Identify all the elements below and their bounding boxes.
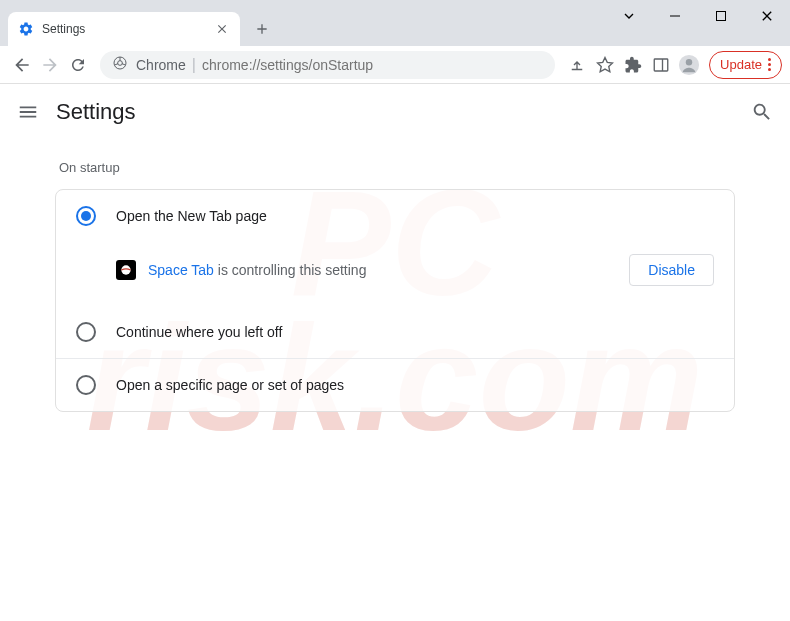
extension-notice: Space Tab is controlling this setting Di… [56,242,734,306]
section-label: On startup [55,160,735,175]
radio-specific-page[interactable] [76,375,96,395]
chrome-icon [112,55,128,75]
tab-title: Settings [42,22,214,36]
option-specific-page-label: Open a specific page or set of pages [116,377,344,393]
disable-extension-button[interactable]: Disable [629,254,714,286]
svg-line-5 [122,63,125,64]
settings-header: Settings [0,84,790,140]
close-window-button[interactable] [744,0,790,32]
extension-message: is controlling this setting [214,262,367,278]
settings-gear-icon [18,21,34,37]
content-area: On startup Open the New Tab page Space T… [0,140,790,412]
close-tab-icon[interactable] [214,21,230,37]
more-menu-icon [768,58,771,71]
option-continue[interactable]: Continue where you left off [56,306,734,358]
radio-new-tab[interactable] [76,206,96,226]
omnibox-origin: Chrome [136,57,186,73]
svg-point-3 [118,60,123,65]
maximize-window-button[interactable] [698,0,744,32]
address-bar[interactable]: Chrome | chrome://settings/onStartup [100,51,555,79]
extension-space-tab-icon [116,260,136,280]
option-specific-page[interactable]: Open a specific page or set of pages [56,358,734,411]
side-panel-icon[interactable] [647,51,675,79]
share-icon[interactable] [563,51,591,79]
search-icon[interactable] [750,100,774,124]
svg-line-6 [115,63,118,64]
reload-button[interactable] [64,51,92,79]
update-button[interactable]: Update [709,51,782,79]
startup-options-card: Open the New Tab page Space Tab is contr… [55,189,735,412]
back-button[interactable] [8,51,36,79]
svg-marker-7 [598,57,613,71]
chevron-down-icon[interactable] [606,0,652,32]
new-tab-button[interactable] [248,15,276,43]
browser-tab[interactable]: Settings [8,12,240,46]
toolbar: Chrome | chrome://settings/onStartup Upd… [0,46,790,84]
omnibox-path: chrome://settings/onStartup [202,57,373,73]
extensions-icon[interactable] [619,51,647,79]
svg-rect-1 [717,12,726,21]
update-label: Update [720,57,762,72]
option-new-tab-label: Open the New Tab page [116,208,267,224]
minimize-window-button[interactable] [652,0,698,32]
option-new-tab[interactable]: Open the New Tab page [56,190,734,242]
extension-name-link[interactable]: Space Tab [148,262,214,278]
profile-avatar-icon[interactable] [675,51,703,79]
bookmark-star-icon[interactable] [591,51,619,79]
titlebar: Settings [0,0,790,46]
hamburger-menu-icon[interactable] [16,100,40,124]
forward-button[interactable] [36,51,64,79]
page-title: Settings [56,99,750,125]
svg-rect-8 [654,59,668,71]
option-continue-label: Continue where you left off [116,324,282,340]
svg-point-11 [686,59,692,65]
radio-continue[interactable] [76,322,96,342]
